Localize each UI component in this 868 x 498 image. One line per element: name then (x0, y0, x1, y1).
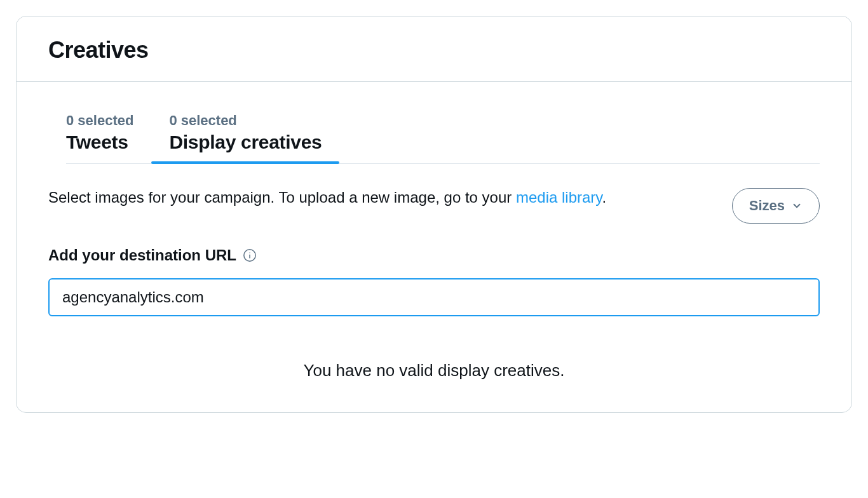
tab-label: Tweets (66, 131, 133, 153)
tab-display-creatives[interactable]: 0 selected Display creatives (169, 112, 322, 163)
tab-tweets[interactable]: 0 selected Tweets (66, 112, 133, 163)
url-field-label-row: Add your destination URL (48, 246, 820, 264)
tab-label: Display creatives (169, 131, 322, 153)
panel-title: Creatives (48, 37, 820, 64)
empty-state-message: You have no valid display creatives. (48, 361, 820, 380)
chevron-down-icon (791, 200, 803, 212)
panel-body: 0 selected Tweets 0 selected Display cre… (17, 82, 851, 412)
tabs: 0 selected Tweets 0 selected Display cre… (66, 112, 820, 164)
instruction-prefix: Select images for your campaign. To uplo… (48, 189, 516, 206)
sizes-button[interactable]: Sizes (732, 188, 820, 224)
instruction-text: Select images for your campaign. To uplo… (48, 187, 712, 209)
info-icon[interactable] (243, 248, 257, 262)
media-library-link[interactable]: media library (516, 189, 602, 206)
tab-count: 0 selected (169, 112, 322, 129)
sizes-button-label: Sizes (749, 198, 785, 214)
svg-point-2 (249, 252, 250, 253)
instruction-suffix: . (602, 189, 607, 206)
creatives-panel: Creatives 0 selected Tweets 0 selected D… (16, 16, 852, 413)
instruction-row: Select images for your campaign. To uplo… (48, 187, 820, 224)
panel-header: Creatives (17, 17, 851, 82)
tab-count: 0 selected (66, 112, 133, 129)
destination-url-input[interactable] (48, 278, 820, 316)
url-field-label: Add your destination URL (48, 246, 236, 264)
